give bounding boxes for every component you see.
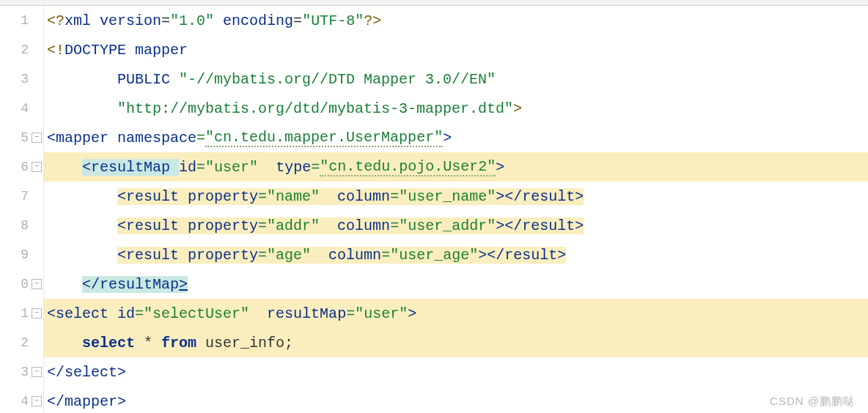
gutter: 1 2 3 4 5− 6− 7 8 9 0− 1− 2 3− 4−: [0, 6, 44, 413]
line-number: 7: [21, 189, 29, 204]
code-line[interactable]: select * from user_info;: [44, 328, 868, 357]
tab-1[interactable]: [22, 0, 34, 6]
code-line[interactable]: PUBLIC "-//mybatis.org//DTD Mapper 3.0//…: [44, 64, 868, 94]
line-number: 3: [21, 365, 29, 379]
fold-icon[interactable]: −: [32, 367, 42, 377]
code-line[interactable]: </select>: [44, 357, 868, 387]
line-number: 2: [21, 335, 29, 350]
line-number: 4: [21, 394, 29, 409]
code-line[interactable]: "http://mybatis.org/dtd/mybatis-3-mapper…: [44, 94, 868, 123]
line-number: 0: [21, 277, 29, 291]
line-number: 9: [21, 248, 29, 262]
code-line[interactable]: <result property="age" column="user_age"…: [44, 240, 868, 269]
tab-6[interactable]: [227, 0, 239, 6]
line-number: 3: [21, 72, 29, 86]
code-line[interactable]: <resultMap id="user" type="cn.tedu.pojo.…: [44, 152, 868, 182]
line-number: 5: [21, 130, 29, 145]
fold-icon[interactable]: −: [32, 133, 42, 143]
code-line[interactable]: <select id="selectUser" resultMap="user"…: [44, 299, 868, 328]
watermark: CSDN @鹏鹏哒: [770, 395, 855, 409]
tab-2[interactable]: [63, 0, 75, 6]
code-line[interactable]: </resultMap>: [44, 269, 868, 299]
line-number: 2: [21, 42, 29, 57]
tab-4[interactable]: [145, 0, 157, 6]
code-line[interactable]: <!DOCTYPE mapper: [44, 35, 868, 64]
fold-icon[interactable]: −: [32, 308, 42, 319]
code-line[interactable]: </mapper>: [44, 387, 868, 413]
tab-3[interactable]: [104, 0, 116, 6]
code-line[interactable]: <result property="addr" column="user_add…: [44, 211, 868, 240]
line-number: 8: [21, 218, 29, 233]
line-number: 4: [21, 101, 29, 116]
fold-icon[interactable]: −: [32, 396, 42, 406]
editor-area: 1 2 3 4 5− 6− 7 8 9 0− 1− 2 3− 4− <?xml …: [0, 6, 868, 413]
line-number: 1: [21, 306, 29, 321]
editor-tabs[interactable]: [0, 0, 868, 6]
code-area[interactable]: <?xml version="1.0" encoding="UTF-8"?> <…: [44, 6, 868, 413]
line-number: 6: [21, 160, 29, 174]
fold-icon[interactable]: −: [32, 279, 42, 289]
line-number: 1: [21, 13, 29, 28]
tab-5[interactable]: [186, 0, 198, 6]
code-line[interactable]: <mapper namespace="cn.tedu.mapper.UserMa…: [44, 123, 868, 152]
fold-icon[interactable]: −: [32, 162, 42, 172]
code-line[interactable]: <?xml version="1.0" encoding="UTF-8"?>: [44, 6, 868, 35]
code-line[interactable]: <result property="name" column="user_nam…: [44, 182, 868, 211]
